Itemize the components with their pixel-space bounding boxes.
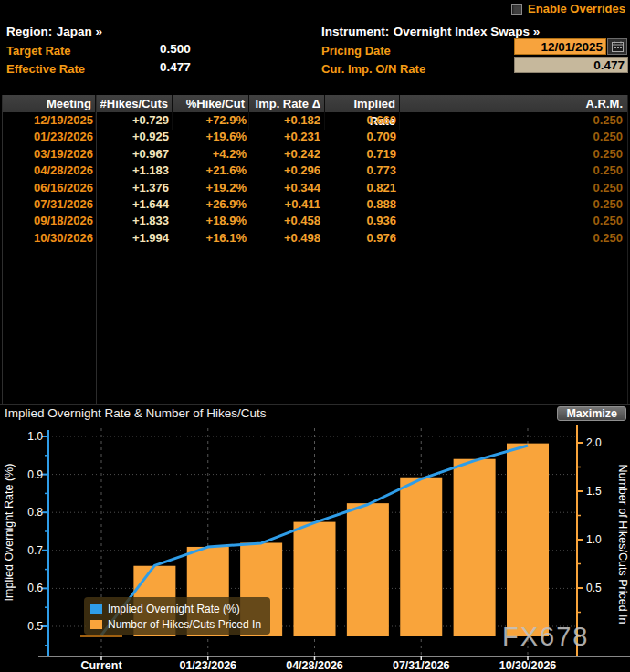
axis-tick-label: 0.5 <box>586 582 602 594</box>
instrument-row: Instrument: Overnight Index Swaps » <box>321 23 540 39</box>
table-cell: +21.6% <box>173 163 249 179</box>
table-cell: 0.976 <box>325 230 400 247</box>
cur-imp-rate-input[interactable]: 0.477 <box>514 57 628 73</box>
axis-tick-label: 0.5 <box>27 620 43 633</box>
axis-tick-label: 10/30/2026 <box>499 659 557 672</box>
maximize-button[interactable]: Maximize <box>557 406 626 421</box>
legend-item-line: Implied Overnight Rate (%) <box>90 601 270 616</box>
chart-legend: Implied Overnight Rate (%) Number of Hik… <box>84 597 270 635</box>
table-cell: 0.250 <box>400 146 627 163</box>
axis-tick-label: 1.0 <box>586 533 602 546</box>
table-cell: 0.888 <box>325 196 400 213</box>
table-cell: +19.6% <box>173 129 249 145</box>
instrument-link[interactable]: Overnight Index Swaps » <box>394 25 541 38</box>
meeting-date-cell[interactable]: 07/31/2026 <box>3 196 96 213</box>
table-cell: +0.231 <box>249 129 325 145</box>
table-cell: 0.250 <box>400 196 627 213</box>
left-axis-title: Implied Overnight Rate (%) <box>3 464 16 602</box>
legend-line-label: Implied Overnight Rate (%) <box>108 603 240 615</box>
right-axis-title: Number of Hikes/Cuts Priced In <box>616 464 629 624</box>
effective-rate-row: Effective Rate 0.477 <box>6 60 85 77</box>
meeting-date-cell[interactable]: 04/28/2026 <box>3 163 96 179</box>
table-cell: 0.936 <box>325 213 400 229</box>
meeting-date-cell[interactable]: 03/19/2026 <box>3 146 96 163</box>
axis-tick-label: Current <box>80 659 122 672</box>
pricing-date-input[interactable]: 12/01/2025 <box>514 38 606 55</box>
table-cell: 0.250 <box>400 129 627 145</box>
axis-tick-label: 01/23/2026 <box>179 659 236 672</box>
pricing-date-label: Pricing Date <box>321 42 391 58</box>
table-cell: +4.2% <box>173 146 249 163</box>
rates-table: Meeting#Hikes/Cuts%Hike/CutImp. Rate ΔIm… <box>2 95 628 404</box>
chart-title: Implied Overnight Rate & Number of Hikes… <box>5 406 267 420</box>
enable-overrides-label[interactable]: Enable Overrides <box>528 2 625 16</box>
table-cell: +1.183 <box>96 163 173 179</box>
table-cell: +1.994 <box>96 230 173 247</box>
meeting-date-cell[interactable]: 06/16/2026 <box>3 180 96 196</box>
table-cell: +0.925 <box>96 129 173 145</box>
table-cell: 0.719 <box>325 146 400 163</box>
table-cell: 0.250 <box>400 230 627 247</box>
meeting-column-separator <box>96 95 97 404</box>
axis-tick-label: 1.0 <box>27 430 43 443</box>
meeting-date-cell[interactable]: 01/23/2026 <box>3 129 96 145</box>
table-cell: +0.729 <box>96 112 173 129</box>
instrument-label: Instrument: <box>321 25 389 38</box>
meeting-date-cell[interactable]: 12/19/2025 <box>3 112 96 129</box>
table-cell: +0.967 <box>96 146 173 163</box>
table-cell: 0.250 <box>400 112 627 129</box>
table-cell: 0.250 <box>400 213 627 229</box>
axis-tick-label: 0.6 <box>27 582 43 594</box>
table-cell: +0.458 <box>249 213 325 229</box>
calendar-button[interactable] <box>607 38 627 55</box>
effective-rate-value: 0.477 <box>160 60 191 74</box>
table-cell: +72.9% <box>173 112 249 129</box>
line-swatch-icon <box>90 604 102 614</box>
table-cell: +1.376 <box>96 180 173 196</box>
table-cell: +19.2% <box>173 180 249 196</box>
axis-tick-label: 2.0 <box>586 436 602 449</box>
hikes-bar <box>507 444 549 636</box>
region-link[interactable]: Japan » <box>57 25 102 38</box>
table-cell: +0.182 <box>249 112 325 129</box>
axis-tick-label: 07/31/2026 <box>393 659 450 672</box>
table-cell: 0.250 <box>400 163 627 179</box>
calendar-icon <box>612 41 624 52</box>
target-rate-value: 0.500 <box>160 42 191 56</box>
cur-imp-rate-label: Cur. Imp. O/N Rate <box>321 60 425 77</box>
meeting-date-cell[interactable]: 09/18/2026 <box>3 213 96 229</box>
meeting-date-cell[interactable]: 10/30/2026 <box>3 230 96 247</box>
watermark: FX678 <box>502 622 589 652</box>
table-cell: 0.250 <box>400 180 627 196</box>
table-cell: +0.242 <box>249 146 325 163</box>
region-row: Region: Japan » <box>6 23 102 39</box>
hikes-bar <box>294 522 336 636</box>
enable-overrides-row: Enable Overrides <box>511 2 625 16</box>
hikes-bar <box>454 459 496 636</box>
axis-tick-label: 0.7 <box>27 544 43 557</box>
chart-section: Implied Overnight Rate & Number of Hikes… <box>0 404 630 672</box>
axis-tick-label: 0.8 <box>27 506 43 519</box>
hikes-bar <box>347 503 389 636</box>
bar-swatch-icon <box>90 620 102 629</box>
target-rate-row: Target Rate 0.500 <box>6 42 71 58</box>
table-cell: +1.644 <box>96 196 173 213</box>
table-cell: 0.660 <box>325 112 400 129</box>
axis-tick-label: 0.9 <box>27 468 43 481</box>
target-rate-label: Target Rate <box>6 44 71 58</box>
table-cell: 0.709 <box>325 129 400 145</box>
chart-body: 0.50.60.70.80.91.00.51.01.52.0Current01/… <box>0 421 630 672</box>
axis-tick-label: 04/28/2026 <box>286 659 343 672</box>
table-cell: +0.498 <box>249 230 325 247</box>
table-cell: +18.9% <box>173 213 249 229</box>
table-cell: +0.296 <box>249 163 325 179</box>
effective-rate-label: Effective Rate <box>6 62 85 76</box>
table-cell: 0.821 <box>325 180 400 196</box>
legend-item-bar: Number of Hikes/Cuts Priced In <box>90 616 270 632</box>
table-cell: +0.411 <box>249 196 325 213</box>
table-cell: +1.833 <box>96 213 173 229</box>
enable-overrides-checkbox[interactable] <box>511 4 522 15</box>
table-cell: 0.773 <box>325 163 400 179</box>
legend-bar-label: Number of Hikes/Cuts Priced In <box>108 618 261 631</box>
axis-tick-label: 1.5 <box>586 485 602 498</box>
